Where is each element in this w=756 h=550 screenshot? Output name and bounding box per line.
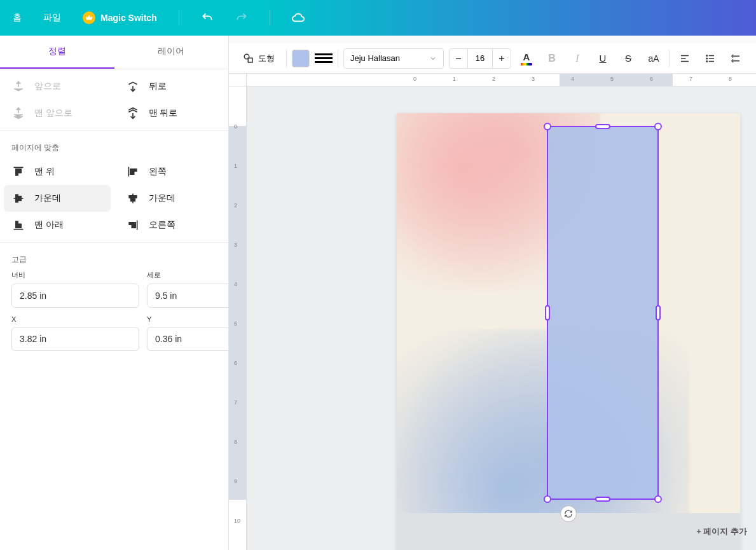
svg-rect-13 <box>16 221 18 228</box>
strike-button[interactable]: S <box>618 48 638 69</box>
option-label: 맨 뒤로 <box>149 107 178 119</box>
resize-handle-n[interactable] <box>595 124 610 129</box>
x-label: X <box>11 315 139 323</box>
x-input[interactable] <box>11 327 139 351</box>
bring-front-button[interactable]: 맨 앞으로 <box>0 100 114 127</box>
list-button[interactable] <box>700 48 720 69</box>
side-panel: 정렬 레이어 앞으로 뒤로 맨 앞으로 <box>0 36 229 550</box>
align-top-icon <box>11 165 25 179</box>
resize-handle-se[interactable] <box>654 495 662 503</box>
align-top-button[interactable]: 맨 위 <box>0 158 114 185</box>
italic-button[interactable]: I <box>567 48 588 69</box>
home-menu[interactable]: 홈 <box>8 8 27 27</box>
advanced-title: 고급 <box>0 247 228 270</box>
align-left-icon <box>126 165 140 179</box>
ruler-corner <box>229 74 247 86</box>
svg-point-24 <box>706 55 708 56</box>
svg-rect-4 <box>130 169 136 171</box>
forward-icon <box>11 79 25 93</box>
svg-rect-20 <box>248 58 252 62</box>
align-bottom-icon <box>11 218 25 232</box>
editor-area: 도형 Jeju Hallasan − + A B I U S aA <box>229 36 756 550</box>
file-menu[interactable]: 파일 <box>38 8 66 27</box>
shape-button[interactable]: 도형 <box>237 48 281 69</box>
back-icon <box>126 106 140 120</box>
tab-layers[interactable]: 레이어 <box>114 36 229 69</box>
resize-handle-ne[interactable] <box>654 123 662 130</box>
svg-point-26 <box>706 58 708 59</box>
redo-button[interactable] <box>230 6 253 29</box>
refresh-icon <box>564 509 573 518</box>
svg-rect-16 <box>129 223 135 224</box>
align-center-button[interactable]: 가운데 <box>114 185 229 212</box>
resize-handle-sw[interactable] <box>544 495 551 503</box>
align-middle-button[interactable]: 가운데 <box>4 185 111 212</box>
bold-button[interactable]: B <box>542 48 562 69</box>
resize-handle-s[interactable] <box>595 497 610 502</box>
toolbar-divider <box>286 50 287 67</box>
side-panel-tabs: 정렬 레이어 <box>0 36 228 69</box>
undo-button[interactable] <box>196 6 219 29</box>
toolbar-divider <box>669 50 670 67</box>
size-increase-button[interactable]: + <box>493 53 511 64</box>
svg-rect-10 <box>129 196 137 198</box>
svg-rect-14 <box>19 224 21 228</box>
option-label: 가운데 <box>149 193 175 204</box>
font-select[interactable]: Jeju Hallasan <box>343 48 444 69</box>
align-bottom-button[interactable]: 맨 아래 <box>0 212 114 238</box>
menubar-divider <box>179 10 179 25</box>
resize-handle-w[interactable] <box>545 305 550 320</box>
height-label: 세로 <box>147 270 228 280</box>
canvas-area[interactable]: 0 1 2 3 4 5 6 7 8 0 1 2 3 4 5 6 7 8 <box>229 74 756 550</box>
front-icon <box>11 106 25 120</box>
toolbar-divider <box>338 50 338 67</box>
send-back-button[interactable]: 맨 뒤로 <box>114 100 229 127</box>
top-menubar: 홈 파일 Magic Switch <box>0 0 756 36</box>
align-center-icon <box>126 191 140 205</box>
width-input[interactable] <box>11 284 139 308</box>
add-page-button[interactable]: + 페이지 추가 <box>696 526 747 537</box>
magic-switch-button[interactable]: Magic Switch <box>78 8 162 28</box>
text-case-button[interactable]: aA <box>643 48 664 69</box>
align-left-button[interactable]: 왼쪽 <box>114 158 229 185</box>
font-name: Jeju Hallasan <box>350 53 400 63</box>
align-page-title: 페이지에 맞춤 <box>0 135 228 158</box>
height-input[interactable] <box>147 284 228 308</box>
font-size-input[interactable] <box>467 49 493 68</box>
align-right-button[interactable]: 오른쪽 <box>114 212 229 238</box>
text-align-button[interactable] <box>675 48 695 69</box>
y-input[interactable] <box>147 327 228 351</box>
svg-rect-7 <box>16 195 18 202</box>
menubar-divider <box>270 10 270 25</box>
underline-button[interactable]: U <box>593 48 613 69</box>
bring-forward-button[interactable]: 앞으로 <box>0 73 114 100</box>
svg-rect-1 <box>16 169 18 175</box>
spacing-button[interactable] <box>725 48 746 69</box>
chevron-down-icon <box>429 55 437 62</box>
svg-rect-5 <box>130 172 134 174</box>
font-size-stepper[interactable]: − + <box>449 48 511 69</box>
resize-handle-e[interactable] <box>656 305 661 320</box>
context-toolbar: 도형 Jeju Hallasan − + A B I U S aA <box>229 43 756 74</box>
svg-rect-8 <box>19 196 21 201</box>
vertical-ruler: 0 1 2 3 4 5 6 7 8 9 10 <box>229 86 247 550</box>
cloud-save-button[interactable] <box>287 6 310 29</box>
shape-label: 도형 <box>258 53 275 64</box>
svg-rect-2 <box>19 169 21 173</box>
size-decrease-button[interactable]: − <box>450 53 467 64</box>
page-strip <box>397 513 740 550</box>
resize-handle-nw[interactable] <box>544 123 551 130</box>
horizontal-ruler: 0 1 2 3 4 5 6 7 8 <box>247 74 756 86</box>
border-style-button[interactable] <box>315 50 333 67</box>
tab-arrange[interactable]: 정렬 <box>0 36 114 69</box>
svg-rect-11 <box>130 199 135 201</box>
option-label: 맨 위 <box>34 166 55 177</box>
fill-color-button[interactable] <box>292 50 310 67</box>
selected-shape[interactable] <box>547 126 659 500</box>
send-backward-button[interactable]: 뒤로 <box>114 73 229 100</box>
reset-button[interactable] <box>560 505 577 522</box>
align-middle-icon <box>11 191 25 205</box>
text-color-button[interactable]: A <box>516 48 537 69</box>
option-label: 맨 앞으로 <box>34 107 72 119</box>
shape-icon <box>243 53 254 64</box>
